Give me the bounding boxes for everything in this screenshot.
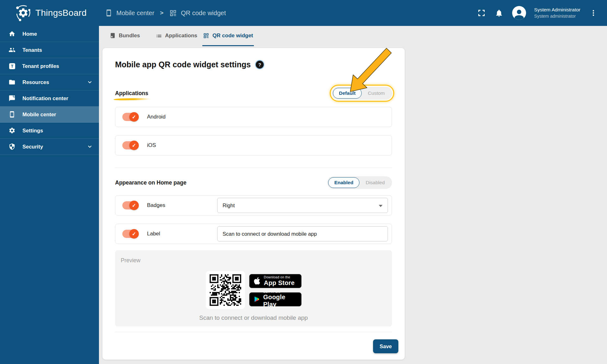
sidebar-item-notification-center[interactable]: Notification center: [0, 90, 99, 106]
check-icon: [129, 141, 139, 150]
home-icon: [9, 30, 15, 37]
sidebar-item-settings[interactable]: Settings: [0, 123, 99, 139]
smartphone-icon: [105, 9, 113, 17]
save-button[interactable]: Save: [373, 339, 398, 353]
sidebar-item-label: Home: [22, 31, 37, 37]
badges-position-select[interactable]: Right: [217, 198, 388, 213]
actions-divider: [115, 332, 392, 332]
header-actions: System Administrator System administrato…: [477, 6, 607, 20]
tab-bar: Bundles Applications QR code widget: [99, 26, 254, 46]
help-icon[interactable]: ?: [256, 61, 264, 69]
notifications-button[interactable]: [494, 8, 504, 18]
chevron-down-icon: [379, 205, 383, 207]
security-shield-icon: [9, 143, 15, 150]
ios-toggle[interactable]: [122, 141, 139, 150]
badges-row: Badges Right: [115, 195, 392, 215]
fullscreen-icon: [477, 9, 486, 17]
android-label: Android: [147, 114, 166, 120]
breadcrumb-label: QR code widget: [181, 9, 226, 17]
mode-toggle-group: Default Custom: [332, 87, 392, 100]
sidebar-item-security[interactable]: Security: [0, 139, 99, 155]
sidebar-item-label: Mobile center: [22, 112, 56, 118]
sidebar-item-label: Tenants: [22, 47, 42, 53]
fullscreen-button[interactable]: [477, 8, 486, 18]
sidebar-item-resources[interactable]: Resources: [0, 74, 99, 90]
badges-toggle[interactable]: [122, 201, 139, 210]
badge-subtitle: GET IT ON: [263, 290, 297, 294]
badge-title: App Store: [264, 279, 295, 287]
tenant-profiles-icon: T: [9, 63, 15, 69]
tab-label: Bundles: [119, 33, 140, 39]
mode-option-custom[interactable]: Custom: [362, 88, 391, 99]
folder-icon: [9, 79, 15, 86]
applications-section-heading: Applications: [115, 90, 148, 97]
label-row: Label: [115, 224, 392, 244]
sidebar-item-tenant-profiles[interactable]: T Tenant profiles: [0, 58, 99, 74]
state-toggle-group: Enabled Disabled: [327, 176, 392, 189]
qr-code-icon: [203, 33, 209, 39]
preview-caption: Scan to connect or download mobile app: [115, 314, 392, 321]
sidebar-item-home[interactable]: Home: [0, 26, 99, 42]
tab-qr-code-widget[interactable]: QR code widget: [202, 26, 254, 46]
main-content: Bundles Applications QR code widget Mobi…: [99, 26, 607, 364]
label-text-input[interactable]: [217, 226, 388, 241]
tab-label: Applications: [165, 33, 197, 39]
label-toggle[interactable]: [122, 229, 139, 239]
tab-bundles[interactable]: Bundles: [99, 26, 150, 46]
chevron-down-icon: [86, 79, 93, 86]
state-option-enabled[interactable]: Enabled: [328, 177, 359, 188]
settings-icon: [9, 127, 15, 134]
user-role: System administrator: [534, 13, 580, 19]
breadcrumb: Mobile center > QR code widget: [105, 9, 226, 17]
sidebar-item-mobile-center[interactable]: Mobile center: [0, 106, 99, 123]
breadcrumb-label: Mobile center: [116, 9, 154, 17]
chevron-down-icon: [86, 143, 93, 150]
sidebar-item-label: Notification center: [22, 95, 68, 101]
tab-label: QR code widget: [212, 33, 253, 39]
sidebar-item-tenants[interactable]: Tenants: [0, 42, 99, 58]
sidebar-item-label: Tenant profiles: [22, 63, 59, 69]
app-logo[interactable]: ThingsBoard: [0, 4, 105, 22]
check-icon: [129, 112, 139, 122]
check-icon: [129, 229, 139, 239]
bell-icon: [495, 9, 503, 17]
tenants-icon: [9, 46, 15, 53]
breadcrumb-separator: >: [159, 9, 165, 16]
apple-icon: [254, 277, 261, 285]
notification-center-icon: [9, 95, 15, 102]
google-play-badge: GET IT ON Google Play: [249, 292, 302, 306]
state-option-disabled[interactable]: Disabled: [359, 177, 391, 188]
tab-applications[interactable]: Applications: [150, 26, 202, 46]
ios-label: iOS: [147, 142, 156, 149]
check-icon: [129, 201, 139, 210]
badges-label: Badges: [147, 202, 165, 209]
qr-code-preview: [206, 271, 245, 309]
app-name: ThingsBoard: [35, 8, 87, 18]
android-toggle[interactable]: [122, 112, 139, 122]
qr-code-image: [210, 274, 241, 306]
qr-code-icon: [169, 9, 177, 17]
preview-heading: Preview: [121, 257, 386, 264]
page-title: Mobile app QR code widget settings: [115, 60, 251, 69]
kebab-menu-icon: [590, 9, 597, 17]
app-store-badge: Download on the App Store: [249, 274, 302, 288]
sidebar: Home Tenants T Tenant profiles Resources…: [0, 26, 99, 364]
breadcrumb-mobile-center[interactable]: Mobile center: [105, 9, 154, 17]
smartphone-icon: [9, 111, 15, 118]
section-divider: [115, 167, 392, 168]
list-icon: [156, 33, 162, 39]
more-menu-button[interactable]: [589, 8, 598, 18]
avatar[interactable]: [512, 6, 526, 20]
sidebar-item-label: Security: [22, 144, 43, 150]
android-row: Android: [115, 107, 392, 127]
user-info: System Administrator System administrato…: [534, 7, 580, 19]
google-play-icon: [254, 295, 260, 303]
label-label: Label: [147, 231, 160, 237]
sidebar-item-label: Settings: [22, 128, 43, 134]
breadcrumb-qr-code-widget[interactable]: QR code widget: [169, 9, 226, 17]
user-name: System Administrator: [534, 7, 580, 13]
badge-title: Google Play: [263, 294, 297, 308]
mode-option-default[interactable]: Default: [333, 88, 362, 99]
user-icon: [513, 7, 525, 20]
bundles-icon: [110, 33, 116, 39]
